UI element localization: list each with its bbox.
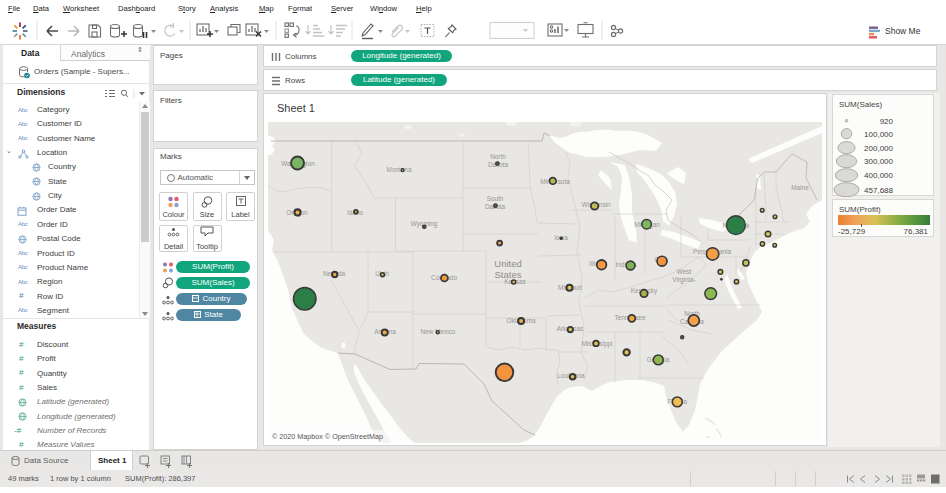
- svg-text:100,000: 100,000: [864, 130, 893, 139]
- svg-text:Virginia-: Virginia-: [672, 276, 695, 284]
- svg-text:Tooltip: Tooltip: [196, 242, 218, 251]
- svg-text:457,688: 457,688: [864, 186, 893, 195]
- svg-text:400,000: 400,000: [864, 171, 893, 180]
- svg-text:© 2020 Mapbox © OpenStreetMap: © 2020 Mapbox © OpenStreetMap: [272, 432, 383, 441]
- svg-text:Maine: Maine: [791, 184, 809, 191]
- svg-text:Size: Size: [200, 210, 215, 219]
- svg-text:200,000: 200,000: [864, 144, 893, 153]
- svg-text:Label: Label: [231, 210, 250, 219]
- svg-text:North: North: [490, 153, 506, 160]
- svg-text:Montana: Montana: [387, 166, 412, 173]
- svg-text:300,000: 300,000: [864, 157, 893, 166]
- svg-text:Colour: Colour: [162, 210, 185, 219]
- svg-text:920: 920: [880, 117, 894, 126]
- svg-text:West: West: [677, 268, 692, 275]
- svg-text:South: South: [487, 195, 504, 202]
- svg-text:United: United: [494, 258, 521, 269]
- svg-text:Detail: Detail: [164, 242, 184, 251]
